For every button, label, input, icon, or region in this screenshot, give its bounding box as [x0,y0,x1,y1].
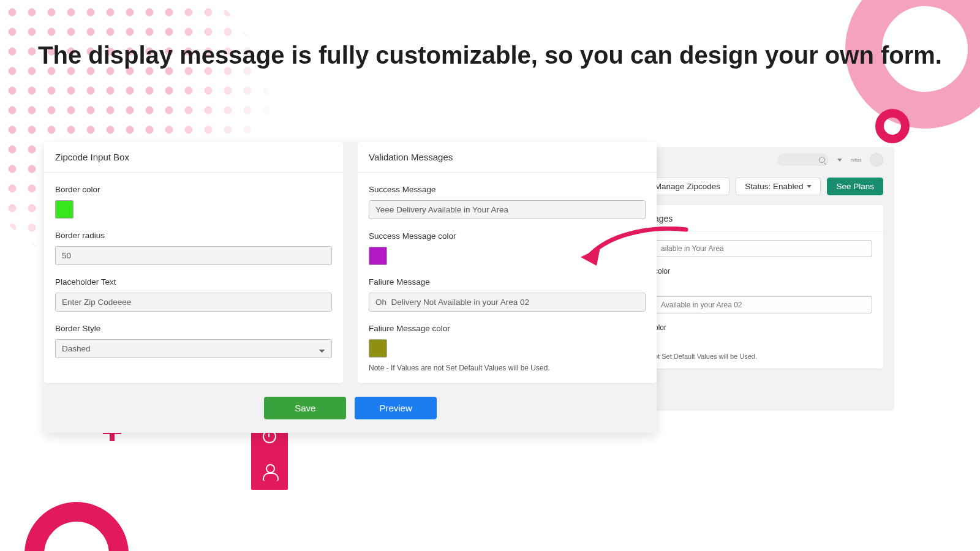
status-label: Status: Enabled [745,182,803,191]
decorative-ring-bottom-left [24,502,129,551]
preview-button[interactable]: Preview [355,397,436,419]
success-message-label: Success Message [369,185,646,194]
back-validation-card: ages color olor ot Set Default Values wi… [643,205,883,369]
placeholder-input[interactable] [55,293,332,312]
border-color-swatch[interactable] [55,200,74,219]
border-style-label: Border Style [55,324,332,333]
manage-zipcodes-button[interactable]: Manage Zipcodes [646,178,729,195]
failure-color-label: Faliure Message color [369,324,646,333]
failure-message-input[interactable] [369,293,646,312]
back-small-text: hiftat [851,157,861,163]
back-success-color-label: color [654,267,872,276]
zipcode-input-card: Zipcode Input Box Border color Border ra… [44,142,343,383]
save-button[interactable]: Save [264,397,346,419]
validation-messages-card: Validation Messages Success Message Succ… [358,142,657,383]
status-dropdown[interactable]: Status: Enabled [736,178,821,195]
border-radius-label: Border radius [55,231,332,240]
user-icon [263,465,276,479]
back-failure-color-label: olor [654,323,872,332]
front-panel: Zipcode Input Box Border color Border ra… [44,142,657,433]
front-actions: Save Preview [44,397,657,419]
back-note: ot Set Default Values will be Used. [654,353,872,360]
back-failure-input[interactable] [654,296,872,313]
back-search-input[interactable] [777,154,829,166]
success-message-input[interactable] [369,200,646,219]
back-success-input[interactable] [654,240,872,257]
validation-card-title: Validation Messages [358,142,657,173]
border-radius-input[interactable] [55,246,332,265]
search-icon [819,157,825,163]
page-headline: The display message is fully customizabl… [0,39,980,71]
success-color-swatch[interactable] [369,247,387,265]
see-plans-button[interactable]: See Plans [827,178,883,195]
avatar[interactable] [870,153,883,167]
failure-color-swatch[interactable] [369,339,387,358]
chevron-down-icon[interactable] [837,159,842,162]
validation-note: Note - If Values are not Set Default Val… [369,364,646,372]
border-style-select[interactable]: Dashed [55,339,332,358]
failure-message-label: Faliure Message [369,277,646,287]
zipcode-card-title: Zipcode Input Box [44,142,343,173]
placeholder-label: Placeholder Text [55,277,332,287]
border-color-label: Border color [55,185,332,194]
success-color-label: Success Message color [369,231,646,241]
decorative-ring-small [875,109,910,143]
chevron-down-icon [807,185,812,188]
back-card-title: ages [643,214,883,231]
